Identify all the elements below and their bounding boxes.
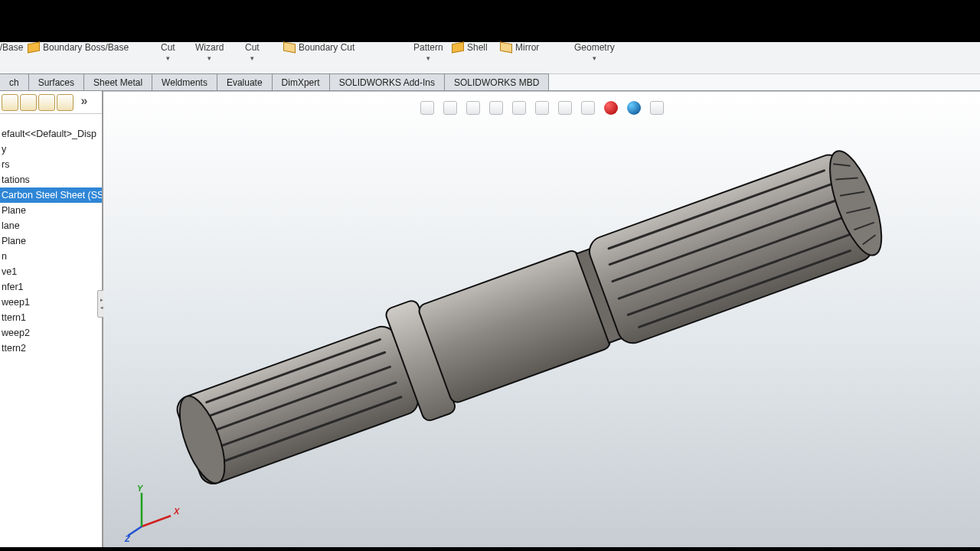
tab-label: ch [9,77,19,88]
dropdown-icon: ▾ [250,54,254,62]
tree-tab-icon[interactable] [2,94,18,111]
svg-rect-7 [384,298,457,422]
tab-label: SOLIDWORKS MBD [454,77,539,88]
more-label: » [81,94,88,107]
model-splined-shaft [149,130,949,490]
ribbon-ref-geometry[interactable]: Geometry ▾ [574,42,615,74]
svg-line-21 [846,204,871,216]
ribbon-pattern[interactable]: Pattern ▾ [413,42,443,74]
rotate-cursor-icon [517,323,537,341]
svg-line-14 [619,214,851,298]
tab-sheet-metal[interactable]: Sheet Metal [83,73,152,90]
ribbon-boundary-boss-label: Boundary Boss/Base [43,42,129,53]
orientation-triad[interactable]: X Y Z [126,482,188,537]
ribbon-shell[interactable]: Shell [452,42,494,74]
boss-icon [28,42,40,54]
ribbon-cut-label: Cut [161,42,175,53]
section-view-icon[interactable] [489,101,503,115]
svg-line-12 [609,182,836,264]
cut-icon [283,42,296,54]
view-settings-icon[interactable] [627,101,641,115]
tree-item[interactable]: Plane [0,233,102,249]
tab-label: Evaluate [227,77,263,88]
tab-sw-addins[interactable]: SOLIDWORKS Add-Ins [329,73,445,90]
edit-appearance-icon[interactable] [581,101,595,115]
tree-tab-icon[interactable] [20,94,37,111]
tree-item[interactable]: tations [0,172,102,187]
tree-tab-icon[interactable] [38,94,55,111]
tab-sw-mbd[interactable]: SOLIDWORKS MBD [444,73,549,90]
graphics-viewport[interactable]: X Y Z [103,91,980,551]
view-orient-icon[interactable] [512,101,526,115]
svg-line-2 [203,353,385,419]
tree-item[interactable]: weep1 [0,295,102,310]
ribbon-hole-wizard[interactable]: Wizard ▾ [195,42,224,74]
svg-line-22 [854,223,874,230]
svg-line-4 [211,383,396,450]
window-bottom-crop [0,547,980,551]
tree-item[interactable]: ve1 [0,264,102,279]
ribbon-geometry-label: Geometry [574,42,615,53]
ribbon-cut[interactable]: Cut ▾ [161,42,175,74]
ribbon-boundary-boss[interactable]: Boundary Boss/Base [28,42,142,74]
tab-surfaces[interactable]: Surfaces [28,73,84,90]
tab-label: Sheet Metal [93,77,142,88]
tab-sketch[interactable]: ch [0,73,29,90]
tree-tab-icon[interactable] [57,94,74,111]
command-manager-tabs: ch Surfaces Sheet Metal Weldments Evalua… [0,74,980,91]
hide-show-icon[interactable] [558,101,572,115]
x-label: X [173,507,180,516]
dropdown-icon: ▾ [426,54,430,62]
svg-rect-10 [585,151,877,347]
tree-item[interactable]: n [0,249,102,264]
tree-item[interactable]: nfer1 [0,279,102,295]
main-area: » efault<<Default>_DispyrstationsCarbon … [0,91,980,551]
tab-evaluate[interactable]: Evaluate [217,73,273,90]
zoom-fit-icon[interactable] [420,101,434,115]
tree-item[interactable]: rs [0,157,102,172]
tree-item[interactable]: ttern2 [0,341,102,356]
tab-label: Surfaces [38,77,74,88]
tree-item[interactable]: efault<<Default>_Disp [0,126,102,142]
ribbon-mirror-label: Mirror [515,42,539,53]
svg-line-16 [639,251,851,328]
tree-tabs-more[interactable]: » [75,94,93,111]
svg-rect-8 [417,249,612,404]
tab-weldments[interactable]: Weldments [152,73,217,90]
z-label: Z [124,534,131,543]
ribbon-pattern-label: Pattern [413,42,443,53]
tree-item[interactable]: lane [0,218,102,233]
ribbon-base[interactable]: /Base [0,42,23,74]
tree-toolbar: » [0,91,102,114]
ribbon-cut2[interactable]: Cut ▾ [245,42,260,74]
y-label: Y [137,484,144,493]
feature-tree-panel: » efault<<Default>_DispyrstationsCarbon … [0,91,103,551]
tree-item[interactable]: weep2 [0,325,102,341]
dropdown-icon: ▾ [166,54,170,62]
tree-item[interactable]: Plane [0,203,102,218]
view-hud-toolbar [420,101,664,115]
tree-item[interactable]: ttern1 [0,310,102,325]
mirror-icon [500,42,512,54]
tree-item[interactable]: Carbon Steel Sheet (SS [0,187,102,203]
x-axis [142,516,171,527]
window-top-crop [0,0,980,42]
ribbon-shell-label: Shell [467,42,488,53]
dropdown-icon: ▾ [207,54,211,62]
render-tools-icon[interactable] [650,101,664,115]
tab-dimxpert[interactable]: DimXpert [272,73,330,90]
tab-label: DimXpert [282,77,320,88]
tab-label: SOLIDWORKS Add-Ins [339,77,435,88]
svg-line-11 [609,171,824,249]
prev-view-icon[interactable] [466,101,480,115]
svg-line-1 [207,340,381,403]
display-style-icon[interactable] [535,101,549,115]
ribbon-boundary-cut[interactable]: Boundary Cut [283,42,375,74]
svg-line-23 [861,235,877,244]
tree-item[interactable]: y [0,142,102,157]
ribbon-wizard-label: Wizard [195,42,224,53]
zoom-area-icon[interactable] [443,101,457,115]
feature-tree[interactable]: efault<<Default>_DispyrstationsCarbon St… [0,114,102,356]
ribbon-mirror[interactable]: Mirror [500,42,546,74]
apply-scene-icon[interactable] [604,101,618,115]
